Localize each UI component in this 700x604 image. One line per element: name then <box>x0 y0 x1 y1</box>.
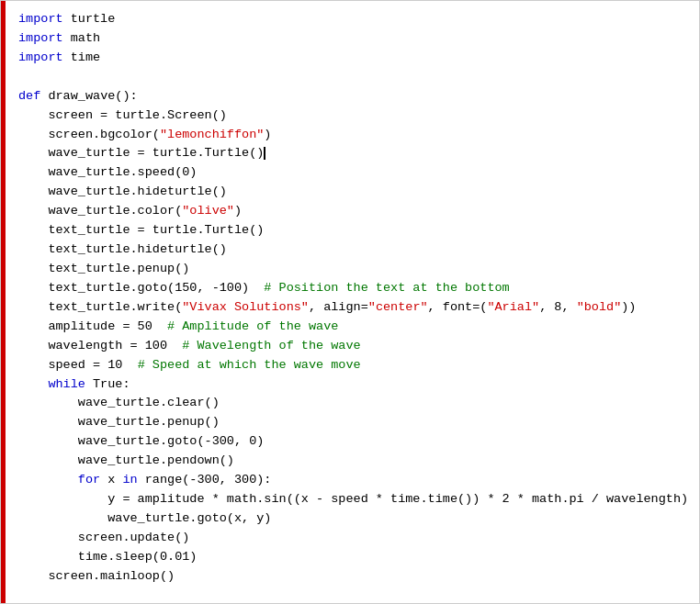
code-content: import turtle import math import time de… <box>18 10 686 603</box>
code-area[interactable]: import turtle import math import time de… <box>6 1 699 603</box>
editor-container: import turtle import math import time de… <box>0 0 700 604</box>
